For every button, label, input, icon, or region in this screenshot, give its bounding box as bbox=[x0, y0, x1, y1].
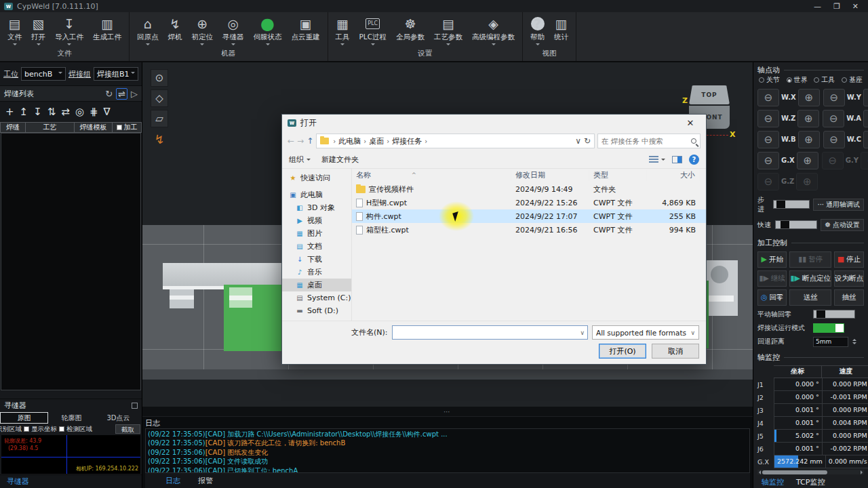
refresh-icon[interactable]: ↻ bbox=[105, 89, 113, 99]
sidebar-item-pictures[interactable]: ▦图片 bbox=[282, 227, 351, 240]
file-row-component-selected[interactable]: 构件.cwpt 2024/9/22 17:07 CWPT 文件 255 KB bbox=[352, 209, 706, 223]
jog-plus-button-wb[interactable]: ⊕ bbox=[798, 131, 820, 148]
wire-retract-button[interactable]: 抽丝 bbox=[834, 289, 864, 306]
sidebar-item-system-c[interactable]: ▤System (C:) bbox=[282, 291, 351, 304]
detect-region-checkbox[interactable] bbox=[59, 426, 64, 432]
view-cube-top[interactable]: TOP bbox=[689, 85, 730, 104]
generate-workpiece-button[interactable]: ▥生成工件 bbox=[88, 12, 126, 47]
nav-up-icon[interactable]: ↑ bbox=[307, 136, 313, 146]
breadcrumb-desktop[interactable]: 桌面 bbox=[369, 136, 384, 146]
scroll-thumb[interactable] bbox=[762, 470, 827, 474]
jog-minus-button-wb[interactable]: ⊖ bbox=[757, 131, 779, 148]
nav-back-icon[interactable]: ← bbox=[288, 136, 294, 146]
station-select[interactable]: benchB bbox=[21, 67, 66, 81]
pointcloud-rebuild-button[interactable]: ▣点云重建 bbox=[287, 12, 325, 47]
advanced-params-button[interactable]: ◈高级编程参数 bbox=[467, 12, 519, 47]
tab-original-image[interactable]: 原图 bbox=[0, 412, 48, 424]
jog-plus-button-gz[interactable]: ⊕ bbox=[796, 173, 818, 190]
dropdown-icon[interactable]: ∨ bbox=[575, 136, 581, 146]
organize-button[interactable]: 组织 bbox=[289, 155, 311, 165]
target-seam-icon[interactable]: ◎ bbox=[75, 106, 84, 118]
sidebar-item-soft-d[interactable]: ▬Soft (D:) bbox=[282, 304, 351, 317]
jog-minus-button-wc[interactable]: ⊖ bbox=[823, 131, 845, 148]
tab-alarm[interactable]: 报警 bbox=[198, 476, 213, 486]
tab-contour-image[interactable]: 轮廓图 bbox=[48, 412, 95, 424]
fast-slider-knob[interactable] bbox=[781, 221, 789, 228]
move-top-icon[interactable]: ↥ bbox=[20, 106, 28, 118]
sidebar-item-this-pc[interactable]: ▣此电脑 bbox=[282, 188, 351, 201]
preview-pane-icon[interactable] bbox=[672, 156, 682, 163]
breakpoint-locate-button[interactable]: ▮▶断点定位 bbox=[789, 270, 831, 287]
params-icon[interactable]: ⋕ bbox=[90, 106, 98, 118]
search-input[interactable] bbox=[601, 137, 688, 145]
view-mode-button[interactable] bbox=[649, 156, 665, 163]
dialog-close-icon[interactable]: ✕ bbox=[680, 118, 701, 128]
sidebar-item-downloads[interactable]: ↓下载 bbox=[282, 253, 351, 266]
fast-slider[interactable] bbox=[775, 220, 817, 229]
mode-world-radio[interactable]: 世界 bbox=[787, 75, 808, 85]
machining-checkbox[interactable] bbox=[117, 125, 122, 130]
capture-button[interactable]: 截取 bbox=[115, 424, 140, 434]
retreat-distance-input[interactable]: 5mm bbox=[813, 337, 848, 347]
seam-finder-button[interactable]: ◎寻缝器 bbox=[218, 12, 249, 47]
axis-debug-button[interactable]: ···通用轴调试 bbox=[813, 199, 864, 211]
mode-base-radio[interactable]: 基座 bbox=[842, 75, 863, 85]
welder-button[interactable]: ↯焊机 bbox=[163, 12, 187, 47]
open-button[interactable]: ▧打开 bbox=[26, 12, 50, 47]
tab-axis-monitor[interactable]: 轴监控 bbox=[762, 477, 784, 487]
jog-plus-button-wa[interactable]: ⊕ bbox=[863, 110, 868, 127]
tab-log[interactable]: 日志 bbox=[165, 476, 180, 486]
minimize-button[interactable]: — bbox=[814, 2, 821, 11]
translate-home-knob[interactable] bbox=[816, 310, 825, 318]
renumber-icon[interactable]: ⇄ bbox=[61, 106, 70, 118]
add-seam-icon[interactable]: + bbox=[5, 106, 14, 118]
sidebar-item-music[interactable]: ♪音乐 bbox=[282, 266, 351, 279]
initial-position-button[interactable]: ⊕初定位 bbox=[187, 12, 218, 47]
show-coords-checkbox[interactable] bbox=[24, 426, 29, 432]
stop-button[interactable]: ■停止 bbox=[834, 251, 864, 268]
jog-minus-button-gx[interactable]: ⊖ bbox=[757, 152, 779, 169]
wire-feed-button[interactable]: 送丝 bbox=[789, 289, 831, 306]
filter-icon[interactable]: ∇ bbox=[104, 106, 111, 118]
workpiece-right[interactable] bbox=[707, 260, 738, 316]
seam-table-body[interactable] bbox=[1, 133, 141, 390]
mode-joint-radio[interactable]: 关节 bbox=[759, 75, 780, 85]
jog-minus-button-wy[interactable]: ⊖ bbox=[823, 89, 845, 106]
pause-button[interactable]: ▮▮暂停 bbox=[789, 251, 831, 268]
dryrun-toggle[interactable] bbox=[813, 323, 844, 333]
file-row-box-column[interactable]: 箱型柱.cwpt 2024/9/21 16:56 CWPT 文件 994 KB bbox=[352, 223, 706, 237]
weldgroup-select[interactable]: 焊接组B1 bbox=[94, 67, 138, 81]
file-format-select[interactable]: All supported file formats ∨ bbox=[592, 325, 699, 340]
search-box[interactable] bbox=[597, 134, 701, 148]
sidebar-item-videos[interactable]: ▶视频 bbox=[282, 214, 351, 227]
section-view-icon[interactable]: ▱ bbox=[151, 110, 168, 127]
jog-minus-button-gz[interactable]: ⊖ bbox=[757, 173, 779, 190]
spinner-arrows[interactable] bbox=[852, 339, 856, 344]
jog-plus-button-wy[interactable]: ⊕ bbox=[863, 89, 868, 106]
tools-button[interactable]: ▦工具 bbox=[331, 12, 355, 47]
column-date[interactable]: 修改日期 bbox=[511, 170, 589, 181]
breadcrumb[interactable]: › 此电脑 › 桌面 › 焊接任务 › ∨ ↻ bbox=[316, 134, 595, 148]
column-size[interactable]: 大小 bbox=[647, 170, 700, 181]
file-row-folder[interactable]: 宣传视频样件 2024/9/9 14:49 文件夹 bbox=[352, 182, 706, 196]
new-folder-button[interactable]: 新建文件夹 bbox=[321, 155, 359, 165]
log-body[interactable]: (09/22 17:35:05)[CAD] 加载刀路 C:\\Users\\Ad… bbox=[145, 428, 750, 473]
monitor-horizontal-scrollbar[interactable] bbox=[757, 470, 864, 474]
file-row-h-beam[interactable]: H型钢.cwpt 2024/9/22 15:26 CWPT 文件 4,869 K… bbox=[352, 196, 706, 209]
cancel-button[interactable]: 取消 bbox=[652, 344, 699, 359]
close-button[interactable]: ✕ bbox=[852, 2, 859, 11]
breadcrumb-weld-tasks[interactable]: 焊接任务 bbox=[392, 136, 422, 146]
torch-icon[interactable]: ↯ bbox=[151, 130, 168, 148]
process-params-button[interactable]: ▤工艺参数 bbox=[429, 12, 467, 47]
move-bottom-icon[interactable]: ↧ bbox=[33, 106, 42, 118]
plc-process-button[interactable]: PLCPLC过程 bbox=[355, 12, 392, 47]
statistics-button[interactable]: ▥统计 bbox=[549, 12, 573, 47]
tab-3d-pointcloud[interactable]: 3D点云 bbox=[95, 412, 142, 424]
play-icon[interactable]: ▷ bbox=[131, 89, 138, 99]
sidebar-item-desktop[interactable]: ▦桌面 bbox=[282, 279, 351, 291]
jog-minus-button-wa[interactable]: ⊖ bbox=[823, 110, 844, 127]
help-button[interactable]: ?帮助 bbox=[526, 12, 549, 47]
refresh-icon[interactable]: ↻ bbox=[584, 136, 591, 146]
restore-button[interactable]: ❐ bbox=[833, 2, 840, 11]
breadcrumb-this-pc[interactable]: 此电脑 bbox=[338, 136, 361, 146]
